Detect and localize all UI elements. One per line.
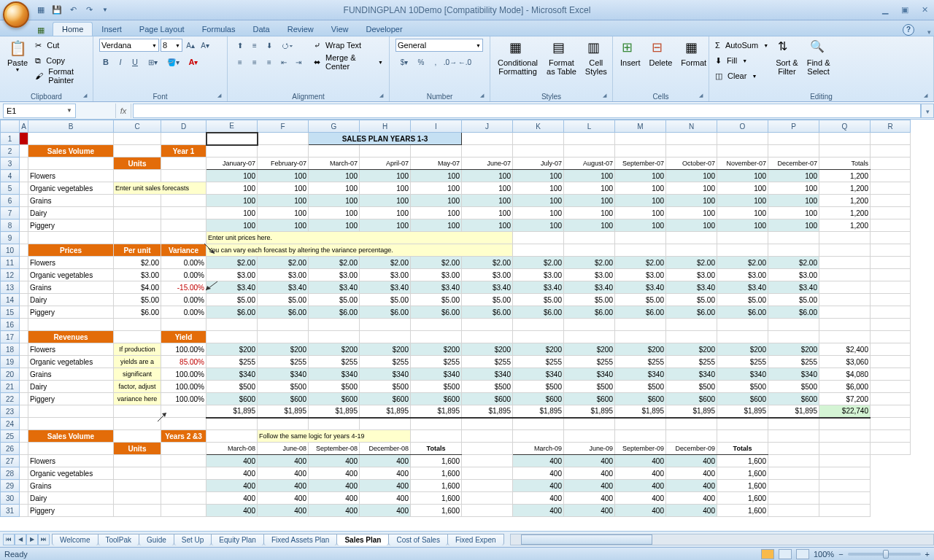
cell[interactable] [564, 319, 615, 331]
cell[interactable]: $600 [564, 393, 615, 405]
zoom-slider[interactable] [848, 553, 921, 556]
cell[interactable] [871, 331, 911, 343]
align-center-button[interactable]: ≡ [248, 55, 261, 69]
decrease-indent-button[interactable]: ⇤ [277, 55, 290, 69]
cell[interactable]: 100 [768, 207, 819, 219]
cell[interactable]: $6.00 [309, 306, 360, 319]
cell[interactable] [768, 418, 819, 430]
cell[interactable] [20, 319, 28, 331]
row-header[interactable]: 15 [1, 306, 20, 319]
cell[interactable]: $600 [258, 393, 309, 405]
cell[interactable]: 0.00% [161, 269, 207, 281]
cell[interactable]: $500 [717, 381, 768, 393]
cell[interactable]: $1,895 [717, 405, 768, 418]
cell[interactable]: Organic vegetables [28, 182, 114, 195]
cell[interactable]: 100 [564, 182, 615, 195]
col-header-H[interactable]: H [360, 120, 411, 133]
horizontal-scrollbar[interactable] [510, 534, 934, 545]
cell[interactable]: $200 [360, 343, 411, 356]
cell[interactable] [871, 393, 911, 405]
cell[interactable]: $340 [768, 368, 819, 381]
underline-button[interactable]: U [128, 55, 142, 69]
cell[interactable]: 400 [309, 492, 360, 505]
cell[interactable]: significant [114, 368, 161, 381]
cell[interactable]: $255 [666, 356, 717, 368]
merge-center-button[interactable]: ⬌ Merge & Center ▼ [312, 55, 385, 69]
cell[interactable]: 100 [513, 207, 564, 219]
cell[interactable]: $3.00 [360, 269, 411, 281]
cell[interactable]: 0.00% [161, 306, 207, 319]
cell[interactable] [207, 418, 258, 430]
cell[interactable]: Grains [28, 281, 114, 294]
cell[interactable]: 1,600 [717, 480, 768, 492]
row-header[interactable]: 25 [1, 430, 20, 443]
cell[interactable] [717, 244, 768, 257]
cell[interactable]: $7,200 [819, 393, 871, 405]
cell[interactable] [411, 319, 462, 331]
cell[interactable] [819, 306, 871, 319]
cell[interactable]: $6.00 [411, 306, 462, 319]
cell[interactable] [871, 269, 911, 281]
cell[interactable] [564, 244, 615, 257]
cell[interactable] [871, 356, 911, 368]
paste-button[interactable]: 📋 Paste ▼ [4, 38, 31, 74]
cell[interactable] [768, 244, 819, 257]
cell[interactable] [768, 430, 819, 443]
cell[interactable] [20, 356, 28, 368]
cell[interactable]: $3.40 [564, 281, 615, 294]
cell[interactable]: Dairy [28, 207, 114, 219]
zoom-in-button[interactable]: + [925, 550, 930, 559]
cell[interactable] [161, 170, 207, 182]
cell[interactable] [114, 430, 161, 443]
cell[interactable]: $1,895 [564, 405, 615, 418]
cell[interactable] [871, 145, 911, 158]
cell[interactable] [717, 319, 768, 331]
cell[interactable]: 400 [207, 467, 258, 480]
cell[interactable]: $200 [564, 343, 615, 356]
cell[interactable]: 400 [360, 492, 411, 505]
font-size-combo[interactable]: 8▼ [161, 39, 182, 52]
fill-button[interactable]: ⬇ Fill ▼ [714, 53, 770, 68]
cell[interactable]: 100 [258, 207, 309, 219]
cell[interactable]: $500 [207, 381, 258, 393]
cell[interactable]: $5.00 [615, 294, 666, 306]
cell[interactable]: 1,200 [819, 195, 871, 207]
cell[interactable] [20, 443, 28, 455]
cell[interactable]: $1,895 [666, 405, 717, 418]
cell[interactable] [513, 319, 564, 331]
cell[interactable] [819, 505, 871, 517]
cut-button[interactable]: ✂ Cut [34, 38, 88, 52]
cell[interactable]: 100 [462, 182, 513, 195]
cell[interactable]: $3.00 [564, 269, 615, 281]
cell[interactable] [207, 430, 258, 443]
cell[interactable] [717, 331, 768, 343]
cell[interactable] [207, 133, 258, 145]
formula-input[interactable] [133, 104, 921, 118]
cell[interactable]: 1,600 [717, 492, 768, 505]
cell[interactable]: 100 [513, 170, 564, 182]
cell[interactable]: 100 [666, 219, 717, 232]
cell[interactable] [411, 418, 462, 430]
cell[interactable] [462, 319, 513, 331]
cell[interactable] [666, 133, 717, 145]
cell[interactable]: $255 [309, 356, 360, 368]
cell[interactable]: September-08 [309, 443, 360, 455]
cell[interactable]: $3.00 [666, 269, 717, 281]
cell[interactable]: 400 [564, 492, 615, 505]
cell[interactable]: 1,200 [819, 182, 871, 195]
cell[interactable]: 100 [564, 195, 615, 207]
cell[interactable]: 400 [360, 505, 411, 517]
cell[interactable] [20, 257, 28, 269]
cell[interactable]: 1,600 [717, 505, 768, 517]
cell[interactable]: September-09 [615, 443, 666, 455]
cell[interactable]: $255 [717, 356, 768, 368]
cell[interactable]: February-07 [258, 158, 309, 170]
insert-cells-button[interactable]: ⊞Insert [617, 38, 644, 69]
cell[interactable]: Totals [717, 443, 768, 455]
col-header-D[interactable]: D [161, 120, 207, 133]
cell[interactable]: 400 [207, 492, 258, 505]
cell[interactable] [564, 430, 615, 443]
sheet-tab[interactable]: ToolPak [98, 534, 140, 545]
sheet-tab[interactable]: Cost of Sales [388, 534, 447, 545]
row-header[interactable]: 2 [1, 145, 20, 158]
